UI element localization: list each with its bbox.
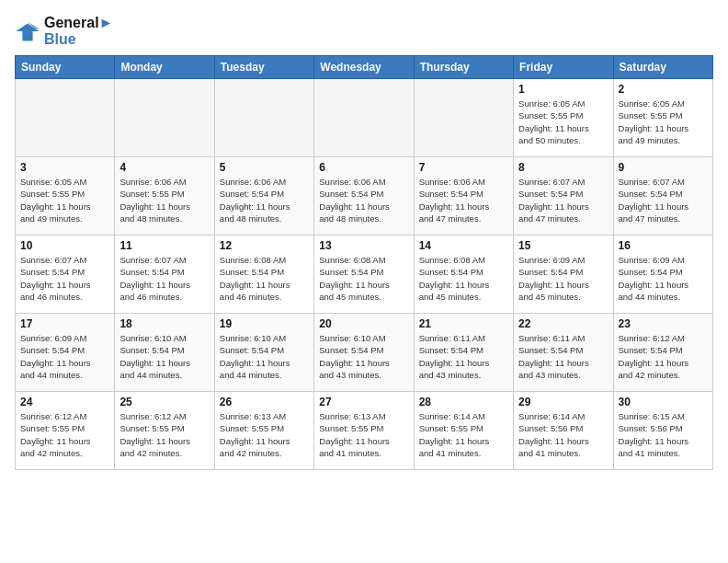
calendar-cell xyxy=(314,79,414,157)
header-friday: Friday xyxy=(514,56,613,79)
day-info: Sunrise: 6:06 AM Sunset: 5:55 PM Dayligh… xyxy=(119,176,209,224)
calendar-cell: 24Sunrise: 6:12 AM Sunset: 5:55 PM Dayli… xyxy=(16,392,115,470)
day-number: 15 xyxy=(518,239,608,252)
week-row-1: 3Sunrise: 6:05 AM Sunset: 5:55 PM Daylig… xyxy=(16,157,713,236)
calendar-cell: 16Sunrise: 6:09 AM Sunset: 5:54 PM Dayli… xyxy=(613,236,712,314)
day-number: 1 xyxy=(518,83,608,96)
day-number: 5 xyxy=(220,161,309,174)
day-number: 8 xyxy=(518,161,608,174)
day-info: Sunrise: 6:14 AM Sunset: 5:55 PM Dayligh… xyxy=(419,410,508,459)
week-row-3: 17Sunrise: 6:09 AM Sunset: 5:54 PM Dayli… xyxy=(16,314,713,392)
calendar-cell: 7Sunrise: 6:06 AM Sunset: 5:54 PM Daylig… xyxy=(414,157,513,236)
calendar-cell: 30Sunrise: 6:15 AM Sunset: 5:56 PM Dayli… xyxy=(613,392,712,470)
logo-text: General► Blue xyxy=(44,15,113,48)
calendar-cell: 2Sunrise: 6:05 AM Sunset: 5:55 PM Daylig… xyxy=(613,79,712,157)
day-info: Sunrise: 6:10 AM Sunset: 5:54 PM Dayligh… xyxy=(119,332,209,381)
day-info: Sunrise: 6:13 AM Sunset: 5:55 PM Dayligh… xyxy=(319,410,408,459)
calendar-cell xyxy=(16,79,115,157)
day-info: Sunrise: 6:06 AM Sunset: 5:54 PM Dayligh… xyxy=(220,176,309,224)
calendar-cell: 19Sunrise: 6:10 AM Sunset: 5:54 PM Dayli… xyxy=(214,314,313,392)
day-info: Sunrise: 6:12 AM Sunset: 5:55 PM Dayligh… xyxy=(20,410,109,459)
calendar-cell: 14Sunrise: 6:08 AM Sunset: 5:54 PM Dayli… xyxy=(414,236,513,314)
week-row-2: 10Sunrise: 6:07 AM Sunset: 5:54 PM Dayli… xyxy=(16,236,713,314)
day-number: 6 xyxy=(319,161,408,174)
day-number: 10 xyxy=(20,239,109,252)
calendar-cell: 9Sunrise: 6:07 AM Sunset: 5:54 PM Daylig… xyxy=(613,157,712,236)
header-monday: Monday xyxy=(115,56,214,79)
header-saturday: Saturday xyxy=(613,56,712,79)
week-row-0: 1Sunrise: 6:05 AM Sunset: 5:55 PM Daylig… xyxy=(16,79,713,157)
header-tuesday: Tuesday xyxy=(214,56,313,79)
calendar-cell: 21Sunrise: 6:11 AM Sunset: 5:54 PM Dayli… xyxy=(414,314,513,392)
day-number: 29 xyxy=(518,396,608,408)
calendar-cell: 12Sunrise: 6:08 AM Sunset: 5:54 PM Dayli… xyxy=(214,236,313,314)
calendar-cell: 4Sunrise: 6:06 AM Sunset: 5:55 PM Daylig… xyxy=(115,157,214,236)
day-info: Sunrise: 6:12 AM Sunset: 5:54 PM Dayligh… xyxy=(619,332,708,381)
day-info: Sunrise: 6:07 AM Sunset: 5:54 PM Dayligh… xyxy=(518,176,608,224)
calendar-cell: 13Sunrise: 6:08 AM Sunset: 5:54 PM Dayli… xyxy=(314,236,414,314)
day-number: 27 xyxy=(319,396,408,408)
header-thursday: Thursday xyxy=(414,56,513,79)
day-info: Sunrise: 6:09 AM Sunset: 5:54 PM Dayligh… xyxy=(518,254,608,303)
day-info: Sunrise: 6:15 AM Sunset: 5:56 PM Dayligh… xyxy=(619,410,708,459)
day-number: 22 xyxy=(518,317,608,330)
calendar-cell: 5Sunrise: 6:06 AM Sunset: 5:54 PM Daylig… xyxy=(214,157,313,236)
day-number: 26 xyxy=(220,396,309,408)
day-number: 25 xyxy=(119,396,209,408)
calendar-cell: 1Sunrise: 6:05 AM Sunset: 5:55 PM Daylig… xyxy=(514,79,613,157)
day-info: Sunrise: 6:06 AM Sunset: 5:54 PM Dayligh… xyxy=(319,176,408,224)
day-number: 11 xyxy=(119,239,209,252)
calendar-cell: 10Sunrise: 6:07 AM Sunset: 5:54 PM Dayli… xyxy=(16,236,115,314)
calendar-cell: 25Sunrise: 6:12 AM Sunset: 5:55 PM Dayli… xyxy=(115,392,214,470)
day-number: 7 xyxy=(419,161,508,174)
day-info: Sunrise: 6:07 AM Sunset: 5:54 PM Dayligh… xyxy=(20,254,109,303)
calendar-cell: 29Sunrise: 6:14 AM Sunset: 5:56 PM Dayli… xyxy=(514,392,613,470)
calendar-cell: 28Sunrise: 6:14 AM Sunset: 5:55 PM Dayli… xyxy=(414,392,513,470)
day-info: Sunrise: 6:11 AM Sunset: 5:54 PM Dayligh… xyxy=(518,332,608,381)
logo-icon xyxy=(15,18,40,44)
week-row-4: 24Sunrise: 6:12 AM Sunset: 5:55 PM Dayli… xyxy=(16,392,713,470)
calendar-table: SundayMondayTuesdayWednesdayThursdayFrid… xyxy=(15,55,713,470)
day-number: 14 xyxy=(419,239,508,252)
day-info: Sunrise: 6:06 AM Sunset: 5:54 PM Dayligh… xyxy=(419,176,508,224)
calendar-cell: 17Sunrise: 6:09 AM Sunset: 5:54 PM Dayli… xyxy=(16,314,115,392)
day-number: 30 xyxy=(619,396,708,408)
calendar-cell: 23Sunrise: 6:12 AM Sunset: 5:54 PM Dayli… xyxy=(613,314,712,392)
day-info: Sunrise: 6:12 AM Sunset: 5:55 PM Dayligh… xyxy=(119,410,209,459)
day-number: 28 xyxy=(419,396,508,408)
day-number: 17 xyxy=(20,317,109,330)
header-wednesday: Wednesday xyxy=(314,56,414,79)
day-info: Sunrise: 6:10 AM Sunset: 5:54 PM Dayligh… xyxy=(319,332,408,381)
day-info: Sunrise: 6:08 AM Sunset: 5:54 PM Dayligh… xyxy=(419,254,508,303)
day-number: 16 xyxy=(619,239,708,252)
page-header: General► Blue xyxy=(15,15,713,48)
svg-marker-0 xyxy=(16,24,39,41)
calendar-cell xyxy=(414,79,513,157)
calendar-cell: 22Sunrise: 6:11 AM Sunset: 5:54 PM Dayli… xyxy=(514,314,613,392)
day-number: 20 xyxy=(319,317,408,330)
logo: General► Blue xyxy=(15,15,113,48)
day-info: Sunrise: 6:11 AM Sunset: 5:54 PM Dayligh… xyxy=(419,332,508,381)
day-info: Sunrise: 6:13 AM Sunset: 5:55 PM Dayligh… xyxy=(220,410,309,459)
calendar-cell: 3Sunrise: 6:05 AM Sunset: 5:55 PM Daylig… xyxy=(16,157,115,236)
header-sunday: Sunday xyxy=(16,56,115,79)
calendar-cell: 8Sunrise: 6:07 AM Sunset: 5:54 PM Daylig… xyxy=(514,157,613,236)
day-number: 18 xyxy=(119,317,209,330)
calendar-cell: 18Sunrise: 6:10 AM Sunset: 5:54 PM Dayli… xyxy=(115,314,214,392)
day-number: 3 xyxy=(20,161,109,174)
day-number: 19 xyxy=(220,317,309,330)
calendar-cell: 15Sunrise: 6:09 AM Sunset: 5:54 PM Dayli… xyxy=(514,236,613,314)
day-number: 21 xyxy=(419,317,508,330)
day-info: Sunrise: 6:09 AM Sunset: 5:54 PM Dayligh… xyxy=(20,332,109,381)
calendar-header-row: SundayMondayTuesdayWednesdayThursdayFrid… xyxy=(16,56,713,79)
day-info: Sunrise: 6:07 AM Sunset: 5:54 PM Dayligh… xyxy=(619,176,708,224)
day-number: 12 xyxy=(220,239,309,252)
calendar-cell: 26Sunrise: 6:13 AM Sunset: 5:55 PM Dayli… xyxy=(214,392,313,470)
day-info: Sunrise: 6:05 AM Sunset: 5:55 PM Dayligh… xyxy=(518,98,608,146)
day-number: 23 xyxy=(619,317,708,330)
day-number: 13 xyxy=(319,239,408,252)
calendar-cell: 27Sunrise: 6:13 AM Sunset: 5:55 PM Dayli… xyxy=(314,392,414,470)
day-info: Sunrise: 6:08 AM Sunset: 5:54 PM Dayligh… xyxy=(319,254,408,303)
day-info: Sunrise: 6:10 AM Sunset: 5:54 PM Dayligh… xyxy=(220,332,309,381)
day-info: Sunrise: 6:14 AM Sunset: 5:56 PM Dayligh… xyxy=(518,410,608,459)
